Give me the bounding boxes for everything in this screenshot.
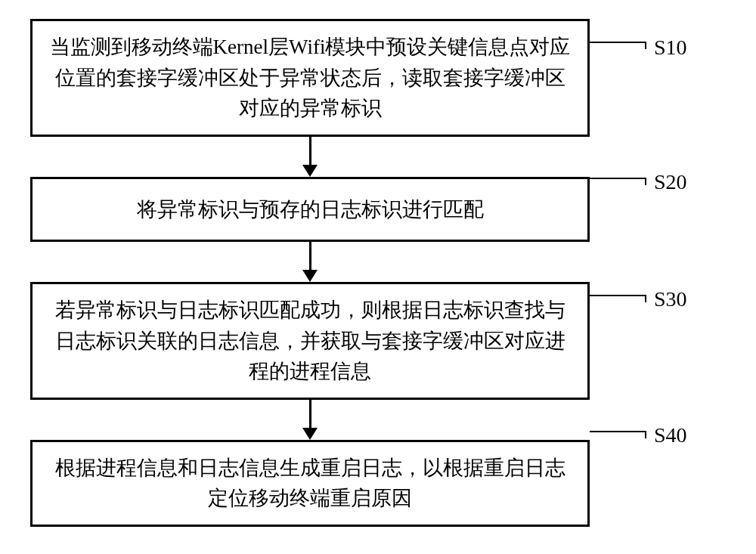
arrow-line bbox=[309, 400, 311, 429]
step-text: 若异常标识与日志标识匹配成功，则根据日志标识查找与日志标识关联的日志信息，并获取… bbox=[55, 299, 565, 382]
step-box-s30: 若异常标识与日志标识匹配成功，则根据日志标识查找与日志标识关联的日志信息，并获取… bbox=[30, 282, 590, 400]
arrow-line bbox=[309, 137, 311, 166]
arrow-head-icon bbox=[302, 270, 318, 282]
step-text: 根据进程信息和日志信息生成重启日志，以根据重启日志定位移动终端重启原因 bbox=[55, 457, 565, 510]
arrow-head-icon bbox=[302, 428, 318, 440]
step-text: 当监测到移动终端Kernel层Wifi模块中预设关键信息点对应位置的套接字缓冲区… bbox=[50, 36, 571, 119]
arrow-line bbox=[309, 242, 311, 271]
step-label-s40: S40 bbox=[654, 423, 687, 447]
step-label-s30: S30 bbox=[654, 287, 687, 311]
connector-2 bbox=[30, 242, 590, 282]
step-box-s10: 当监测到移动终端Kernel层Wifi模块中预设关键信息点对应位置的套接字缓冲区… bbox=[30, 19, 590, 137]
step-label-s20: S20 bbox=[654, 170, 687, 194]
step-box-s20: 将异常标识与预存的日志标识进行匹配 bbox=[30, 177, 590, 243]
label-connector-s10 bbox=[590, 42, 646, 49]
label-connector-s20 bbox=[590, 178, 646, 185]
step-box-s40: 根据进程信息和日志信息生成重启日志，以根据重启日志定位移动终端重启原因 bbox=[30, 440, 590, 527]
arrow-head-icon bbox=[302, 165, 318, 177]
connector-1 bbox=[30, 137, 590, 177]
label-connector-s30 bbox=[590, 295, 646, 302]
step-label-s10: S10 bbox=[654, 36, 687, 60]
step-text: 将异常标识与预存的日志标识进行匹配 bbox=[137, 198, 484, 221]
label-connector-s40 bbox=[590, 431, 646, 438]
connector-3 bbox=[30, 400, 590, 440]
flowchart-container: 当监测到移动终端Kernel层Wifi模块中预设关键信息点对应位置的套接字缓冲区… bbox=[30, 19, 726, 527]
